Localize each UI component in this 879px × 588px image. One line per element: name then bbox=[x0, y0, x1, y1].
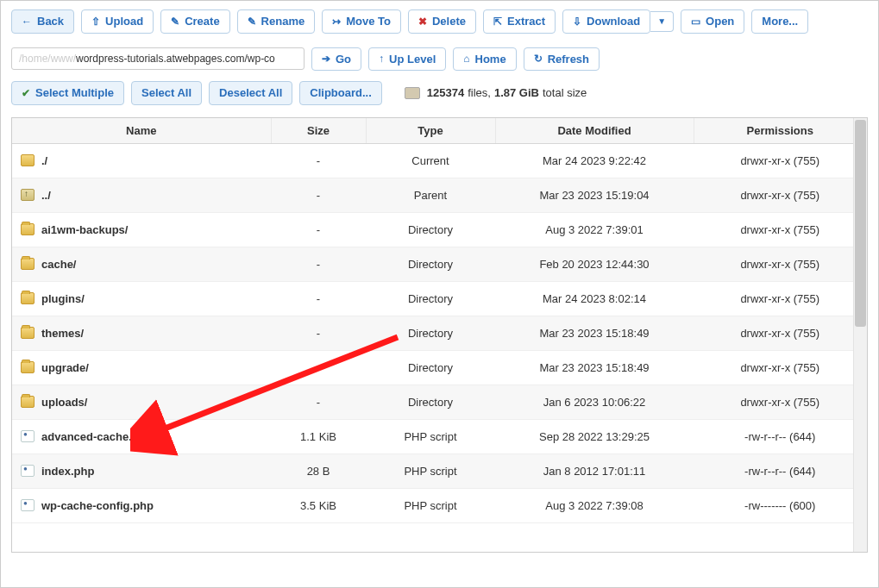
col-type[interactable]: Type bbox=[366, 118, 495, 144]
download-button[interactable]: ⇩Download bbox=[562, 9, 650, 34]
col-permissions[interactable]: Permissions bbox=[694, 118, 867, 144]
file-name: themes/ bbox=[41, 327, 84, 340]
create-button[interactable]: ✎Create bbox=[160, 9, 229, 34]
refresh-icon: ↻ bbox=[534, 53, 543, 65]
file-size: 1.1 KiB bbox=[271, 419, 366, 454]
file-size: - bbox=[271, 350, 366, 385]
table-row[interactable]: ./-CurrentMar 24 2023 9:22:42drwxr-xr-x … bbox=[12, 143, 867, 178]
php-file-icon bbox=[21, 499, 35, 511]
refresh-button[interactable]: ↻Refresh bbox=[524, 47, 600, 72]
back-arrow-icon: ← bbox=[22, 16, 32, 28]
extract-icon: ⇱ bbox=[493, 16, 502, 28]
home-button[interactable]: ⌂Home bbox=[453, 47, 516, 72]
file-name: wp-cache-config.php bbox=[41, 499, 154, 512]
upload-icon: ⇧ bbox=[91, 16, 100, 28]
open-button[interactable]: ▭Open bbox=[681, 9, 744, 34]
file-date: Mar 24 2023 8:02:14 bbox=[495, 281, 694, 316]
download-dropdown-button[interactable]: ▼ bbox=[650, 11, 674, 32]
file-permissions: drwxr-xr-x (755) bbox=[694, 281, 867, 316]
disk-icon bbox=[405, 87, 420, 99]
table-row[interactable]: ai1wm-backups/-DirectoryAug 3 2022 7:39:… bbox=[12, 212, 867, 247]
file-type: Directory bbox=[366, 281, 495, 316]
col-date-modified[interactable]: Date Modified bbox=[495, 118, 694, 144]
more-button[interactable]: More... bbox=[751, 9, 808, 34]
table-row[interactable]: advanced-cache.php1.1 KiBPHP scriptSep 2… bbox=[12, 419, 867, 454]
scroll-thumb[interactable] bbox=[855, 120, 866, 327]
file-permissions: -rw-r--r-- (644) bbox=[694, 454, 867, 488]
table-row[interactable]: uploads/-DirectoryJan 6 2023 10:06:22drw… bbox=[12, 385, 867, 419]
table-row[interactable]: upgrade/-DirectoryMar 23 2023 15:18:49dr… bbox=[12, 350, 867, 385]
status-summary: 125374 files, 1.87 GiB total size bbox=[405, 86, 587, 99]
file-name: advanced-cache.php bbox=[41, 430, 153, 443]
file-type: Directory bbox=[366, 247, 495, 281]
file-permissions: -rw-r--r-- (644) bbox=[694, 419, 867, 454]
file-type: Directory bbox=[366, 212, 495, 247]
folder-icon bbox=[21, 258, 35, 270]
file-type: PHP script bbox=[366, 419, 495, 454]
file-size: 28 B bbox=[271, 454, 366, 488]
move-to-button[interactable]: ↣Move To bbox=[322, 9, 401, 34]
path-toolbar: /home/www/wordpress-tutorials.atwebpages… bbox=[1, 42, 878, 80]
check-icon: ✔ bbox=[22, 87, 30, 99]
file-date: Aug 3 2022 7:39:08 bbox=[495, 488, 694, 522]
go-button[interactable]: ➔Go bbox=[311, 47, 361, 72]
move-icon: ↣ bbox=[332, 16, 341, 28]
table-row[interactable]: cache/-DirectoryFeb 20 2023 12:44:30drwx… bbox=[12, 247, 867, 281]
file-table: Name Size Type Date Modified Permissions… bbox=[12, 118, 867, 523]
table-row[interactable]: wp-cache-config.php3.5 KiBPHP scriptAug … bbox=[12, 488, 867, 522]
file-name: ai1wm-backups/ bbox=[41, 223, 128, 236]
total-size: 1.87 GiB bbox=[494, 86, 539, 99]
folder-icon bbox=[21, 327, 35, 339]
file-type: Parent bbox=[366, 178, 495, 212]
upload-button[interactable]: ⇧Upload bbox=[81, 9, 154, 34]
file-name: plugins/ bbox=[41, 292, 85, 305]
file-date: Jan 8 2012 17:01:11 bbox=[495, 454, 694, 488]
file-table-wrap: Name Size Type Date Modified Permissions… bbox=[11, 117, 868, 553]
file-name: ./ bbox=[41, 154, 47, 167]
create-icon: ✎ bbox=[171, 16, 179, 28]
file-permissions: -rw------- (600) bbox=[694, 488, 867, 522]
file-type: Directory bbox=[366, 350, 495, 385]
deselect-all-button[interactable]: Deselect All bbox=[209, 81, 292, 105]
file-type: PHP script bbox=[366, 488, 495, 522]
up-level-button[interactable]: ↑Up Level bbox=[368, 47, 446, 72]
file-size: - bbox=[271, 143, 366, 178]
back-button[interactable]: ←Back bbox=[11, 9, 74, 34]
chevron-down-icon: ▼ bbox=[657, 16, 666, 27]
file-name: cache/ bbox=[41, 258, 76, 271]
file-permissions: drwxr-xr-x (755) bbox=[694, 350, 867, 385]
file-name: index.php bbox=[41, 465, 94, 478]
parent-folder-icon bbox=[21, 189, 35, 201]
php-file-icon bbox=[21, 465, 35, 477]
file-type: Directory bbox=[366, 385, 495, 419]
scrollbar[interactable] bbox=[853, 118, 867, 552]
file-name: upgrade/ bbox=[41, 361, 89, 374]
rename-icon: ✎ bbox=[248, 16, 256, 28]
table-row[interactable]: themes/-DirectoryMar 23 2023 15:18:49drw… bbox=[12, 316, 867, 350]
open-icon: ▭ bbox=[691, 16, 700, 28]
file-permissions: drwxr-xr-x (755) bbox=[694, 385, 867, 419]
home-icon: ⌂ bbox=[463, 53, 469, 65]
file-size: 3.5 KiB bbox=[271, 488, 366, 522]
file-name: uploads/ bbox=[41, 396, 87, 409]
table-row[interactable]: plugins/-DirectoryMar 24 2023 8:02:14drw… bbox=[12, 281, 867, 316]
select-all-button[interactable]: Select All bbox=[131, 81, 202, 105]
path-input[interactable]: /home/www/wordpress-tutorials.atwebpages… bbox=[11, 47, 305, 70]
go-icon: ➔ bbox=[322, 53, 330, 65]
file-size: - bbox=[271, 385, 366, 419]
table-row[interactable]: index.php28 BPHP scriptJan 8 2012 17:01:… bbox=[12, 454, 867, 488]
file-permissions: drwxr-xr-x (755) bbox=[694, 212, 867, 247]
table-row[interactable]: ../-ParentMar 23 2023 15:19:04drwxr-xr-x… bbox=[12, 178, 867, 212]
col-size[interactable]: Size bbox=[271, 118, 366, 144]
up-level-icon: ↑ bbox=[379, 53, 384, 65]
extract-button[interactable]: ⇱Extract bbox=[483, 9, 556, 34]
clipboard-button[interactable]: Clipboard... bbox=[299, 81, 382, 105]
rename-button[interactable]: ✎Rename bbox=[237, 9, 316, 34]
col-name[interactable]: Name bbox=[12, 118, 271, 144]
file-date: Mar 23 2023 15:19:04 bbox=[495, 178, 694, 212]
select-multiple-button[interactable]: ✔Select Multiple bbox=[11, 81, 124, 105]
folder-icon bbox=[21, 361, 35, 373]
delete-button[interactable]: ✖Delete bbox=[408, 9, 476, 34]
folder-icon bbox=[21, 396, 35, 408]
folder-icon bbox=[21, 154, 35, 166]
